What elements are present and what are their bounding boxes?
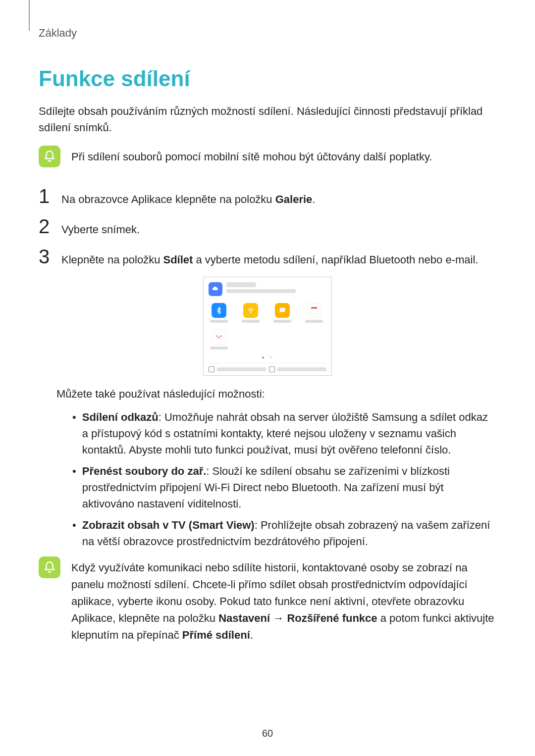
option-smart-view: • Zobrazit obsah v TV (Smart View): Proh… <box>72 517 496 550</box>
step-1-pre: Na obrazovce Aplikace klepněte na položk… <box>61 193 275 205</box>
notice-1-text: Při sdílení souborů pomocí mobilní sítě … <box>71 146 432 165</box>
bluetooth-icon <box>212 303 226 318</box>
page-title: Funkce sdílení <box>39 66 496 91</box>
option-3-bold: Zobrazit obsah v TV (Smart View) <box>82 519 255 531</box>
page-number: 60 <box>0 728 535 739</box>
section-header: Základy <box>39 20 496 40</box>
notice-1: Při sdílení souborů pomocí mobilní sítě … <box>39 146 496 167</box>
step-1-post: . <box>312 193 315 205</box>
bullet-icon: • <box>72 463 76 512</box>
transfer-to-device <box>209 366 266 372</box>
wifi-icon <box>243 303 258 318</box>
svg-point-0 <box>250 311 251 312</box>
step-2-text: Vyberte snímek. <box>61 217 140 238</box>
n2-b1: Nastavení <box>218 612 270 624</box>
share-panel-header <box>209 282 326 296</box>
manual-page: Základy Funkce sdílení Sdílejte obsah po… <box>0 0 535 756</box>
options-intro: Můžete také používat následující možnost… <box>56 386 496 402</box>
options-list: • Sdílení odkazů: Umožňuje nahrát obsah … <box>72 409 496 550</box>
step-3-text: Klepněte na položku Sdílet a vyberte met… <box>61 248 478 268</box>
n2-b3: Přímé sdílení <box>182 629 250 641</box>
share-apps-grid <box>209 303 326 350</box>
email-icon <box>212 330 226 345</box>
tv-icon <box>269 366 275 372</box>
step-1-text: Na obrazovce Aplikace klepněte na položk… <box>61 187 315 207</box>
message-icon <box>275 303 290 318</box>
svg-rect-1 <box>311 308 317 313</box>
n2-b2: Rozšířené funkce <box>287 612 377 624</box>
notice-2-text: Když využíváte komunikaci nebo sdílíte h… <box>71 556 496 644</box>
notice-2: Když využíváte komunikaci nebo sdílíte h… <box>39 556 496 644</box>
step-3-bold: Sdílet <box>163 253 193 266</box>
cloud-icon <box>209 282 222 296</box>
step-number: 3 <box>39 247 54 266</box>
option-link-sharing: • Sdílení odkazů: Umožňuje nahrát obsah … <box>72 409 496 458</box>
memo-icon <box>307 303 321 318</box>
share-app-messages <box>272 303 293 323</box>
step-1: 1 Na obrazovce Aplikace klepněte na polo… <box>39 186 496 207</box>
page-indicator: ● ○ <box>209 354 326 360</box>
share-panel: ● ○ <box>203 277 332 376</box>
device-icon <box>209 366 214 372</box>
share-panel-title-blur <box>226 282 326 293</box>
side-rule <box>29 0 30 31</box>
share-footer <box>209 363 326 372</box>
step-3-pre: Klepněte na položku <box>61 253 163 266</box>
step-number: 1 <box>39 186 54 206</box>
bullet-icon: • <box>72 409 76 458</box>
intro-paragraph: Sdílejte obsah používáním různých možnos… <box>39 103 496 136</box>
bell-icon <box>39 556 60 578</box>
bullet-icon: • <box>72 517 76 550</box>
option-1-bold: Sdílení odkazů <box>82 411 159 423</box>
share-app-bluetooth <box>209 303 229 323</box>
share-app-email <box>209 330 229 350</box>
share-app-wifi-direct <box>240 303 261 323</box>
svg-rect-2 <box>311 307 317 308</box>
share-app-memo <box>304 303 324 323</box>
step-number: 2 <box>39 216 54 236</box>
option-2-bold: Přenést soubory do zař. <box>82 465 207 477</box>
bell-icon <box>39 146 60 167</box>
step-3: 3 Klepněte na položku Sdílet a vyberte m… <box>39 247 496 268</box>
n2-arrow: → <box>270 612 287 624</box>
option-transfer-files: • Přenést soubory do zař.: Slouží ke sdí… <box>72 463 496 512</box>
share-panel-screenshot: ● ○ <box>39 277 496 376</box>
smart-view <box>269 366 326 372</box>
step-2: 2 Vyberte snímek. <box>39 216 496 238</box>
step-3-post: a vyberte metodu sdílení, například Blue… <box>193 253 478 266</box>
n2-post: . <box>250 629 253 641</box>
step-1-bold: Galerie <box>275 193 313 205</box>
